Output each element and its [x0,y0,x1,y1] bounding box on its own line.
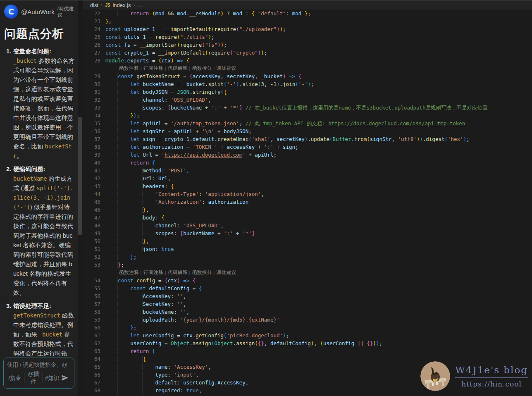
code-line: 39 let Url = 'https://api.dogecloud.com'… [83,151,532,159]
breadcrumb-folder[interactable]: dist [90,2,98,8]
blog-avatar-image [420,361,450,391]
code-line-text[interactable]: required: true, [105,386,202,394]
codelens-link[interactable]: 代码解释 [168,66,188,71]
code-line-text[interactable]: headers: { [105,182,174,190]
code-line-text[interactable]: let signStr = apiUrl + '\n' + bodyJSON; [105,127,252,135]
code-line-text[interactable]: const fs = __importStar(require("fs")); [105,41,227,49]
code-line-text[interactable]: type: 'input', [105,371,199,379]
code-line-text[interactable]: let sign = crypto_1.default.createHmac('… [105,135,470,143]
code-line-text[interactable]: const uploader_1 = __importDefault(requi… [105,25,286,33]
code-line: 34 }); [83,112,532,119]
line-number: 49 [83,229,105,237]
code-line-text[interactable]: let bodyJSON = JSON.stringify({ [105,88,227,96]
codelens-link[interactable]: 函数注释 [119,66,139,71]
line-number: 60 [83,324,105,332]
code-line-text[interactable]: return [ [105,347,155,355]
code-line-text[interactable]: uploadPath: '{year}/{month}/{md5}.{extNa… [105,316,279,324]
code-line-text[interactable]: json: true [105,245,174,253]
chat-username: @AutoWork [21,8,55,15]
code-line-text[interactable]: }; [105,17,112,25]
code-line-text[interactable]: }; [105,261,124,269]
codelens-separator: | [212,270,217,275]
breadcrumb: dist › JS index.js › ... [83,0,532,10]
code-line-text[interactable]: }); [105,112,140,119]
code-line-text[interactable]: const defaultConfig = { [105,284,202,292]
code-line-text[interactable]: let authorization = 'TOKEN ' + accessKey… [105,143,298,151]
codelens-link[interactable]: 函数注释 [119,270,139,275]
code-line-text[interactable]: method: 'POST', [105,167,189,174]
code-line-text[interactable]: 'Authorization': authorization [105,198,248,206]
code-line-text[interactable]: let Url = 'https://api.dogecloud.com' + … [105,151,277,159]
code-line-text[interactable]: module.exports = (ctx) => { [105,57,189,64]
line-number: 54 [83,277,105,284]
chat-input-box[interactable]: 使用 / 调起快捷指令、@ /指令@插件#知识 [3,358,74,389]
codelens-link[interactable]: 函数拆分 [192,66,212,71]
code-line-text[interactable]: }; [105,324,136,332]
analysis-item: 2.硬编码问题:bucketName 的生成方式 (通过 split('-').… [4,165,74,298]
line-number: 67 [83,379,105,386]
analysis-item-heading: 错误处理不足: [13,301,51,311]
line-number: 31 [83,88,105,96]
code-line: 35 let apiUrl = '/auth/tmp_token.json'; … [83,119,532,127]
send-icon[interactable] [61,374,69,382]
code-line-text[interactable]: scopes: [bucketName + ':' + '*'] [105,229,255,237]
codelens-link[interactable]: 行间注释 [143,66,163,71]
codelens-link[interactable]: 函数拆分 [192,270,212,275]
breadcrumb-file[interactable]: index.js [112,2,131,8]
code-area[interactable]: 22 return (mod && mod.__esModule) ? mod … [83,10,532,396]
code-line-text[interactable]: let userConfig = ctx.getConfig('picBed.d… [105,332,289,339]
codelens-separator: | [139,66,143,71]
blog-watermark: W4J1e's blog https://hin.cool [420,361,528,391]
inline-code: _bucket [13,57,37,64]
code-line-text[interactable]: channel: 'OSS_UPLOAD', [105,96,211,104]
line-number: 33 [83,104,105,112]
code-line-text[interactable]: const getTokenStruct = (accessKey, secre… [105,72,301,80]
code-line-text[interactable]: let apiUrl = '/auth/tmp_token.json'; // … [105,119,465,127]
code-line-text[interactable]: let bucketName = _bucket.split('-').slic… [105,80,314,88]
code-line-text[interactable]: return { [105,159,155,167]
codelens-link[interactable]: 代码解释 [168,270,188,275]
line-number: 37 [83,135,105,143]
codelens-link[interactable]: 调优建议 [217,270,236,275]
code-line-text[interactable]: }; [105,253,136,261]
code-line-text[interactable]: bucketName: '', [105,308,189,316]
shortcut-hint[interactable]: #知识 [44,374,60,382]
body-text: ) 似乎是针对特定格式的字符串进行的操作，这可能会导致代码对于其他格式的 buc… [13,204,73,296]
code-line-text[interactable]: }, [105,206,149,214]
code-line-text[interactable]: userConfig = Object.assign(Object.assign… [105,339,382,347]
code-line-text[interactable]: const config = (ctx) => { [105,277,196,284]
breadcrumb-more[interactable]: ... [138,2,142,8]
line-number: 62 [83,339,105,347]
shortcut-hint[interactable]: /指令 [7,374,23,382]
codelens-separator: | [163,270,168,275]
code-line-text[interactable]: SecretKey: '', [105,300,186,308]
code-line-text[interactable]: default: userConfig.AccessKey, [105,379,248,386]
codelens-link[interactable]: 行间注释 [143,270,163,275]
code-line-text[interactable]: return (mod && mod.__esModule) ? mod : {… [105,10,311,17]
code-line-text[interactable]: AccessKey: '', [105,292,186,300]
code-line-text[interactable]: name: 'AccessKey', [105,363,211,371]
code-line-text[interactable]: 'Content-Type': 'application/json', [105,190,264,198]
line-number: 52 [83,253,105,261]
code-line: 22 return (mod && mod.__esModule) ? mod … [83,10,532,17]
code-line-text[interactable]: body: { [105,214,165,222]
code-line-text[interactable]: { [105,355,146,363]
codelens-separator: | [212,66,217,71]
code-line-text[interactable]: scopes: [bucketName + ':' + '*'] // 在_bu… [105,104,488,112]
line-number: 47 [83,214,105,222]
code-line: 37 let sign = crypto_1.default.createHma… [83,135,532,143]
shortcut-hint[interactable]: @插件 [26,370,41,386]
code-line: 54 const config = (ctx) => { [83,277,532,284]
code-line-text[interactable]: const crypto_1 = __importDefault(require… [105,49,267,57]
code-line-text[interactable]: }, [105,237,149,245]
code-line-text[interactable]: url: Url, [105,174,171,182]
analysis-item-body: _bucket 参数的命名方式可能会导致误解，因为它带有一个下划线前缀，这通常表… [13,56,74,161]
code-line: 46 }, [83,206,532,214]
code-line-text[interactable]: message: 'AccessKey' [105,394,217,396]
code-line: 29 const getTokenStruct = (accessKey, se… [83,72,532,80]
sidebar-scrollbar[interactable] [78,0,83,396]
code-line-text[interactable]: const utils_1 = require("./utils"); [105,33,214,41]
code-line-text[interactable]: channel: 'OSS_UPLOAD', [105,222,224,229]
sidebar-scrollbar-thumb[interactable] [78,117,82,235]
codelens-link[interactable]: 调优建议 [217,66,236,71]
